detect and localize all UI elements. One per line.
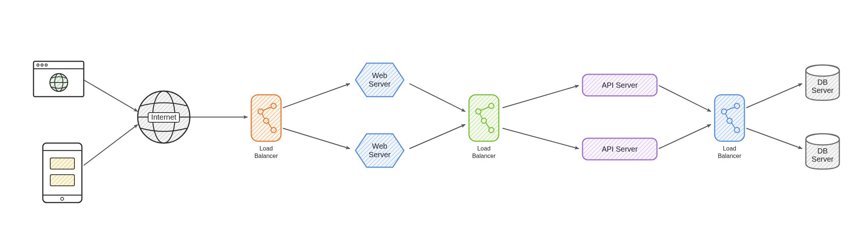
edge-lb1-web2	[283, 128, 350, 149]
edge-lb3-db2	[746, 128, 802, 149]
load-balancer-3-node: Load Balancer	[715, 95, 744, 159]
browser-client-node	[33, 61, 84, 97]
load-balancer-2-node: Load Balancer	[469, 95, 499, 159]
api2-label: API Server	[602, 145, 638, 153]
edge-api2-lb3	[659, 124, 711, 149]
web1-label-line2: Server	[369, 80, 391, 88]
edge-lb3-db1	[746, 84, 802, 108]
edge-lb2-api2	[502, 128, 579, 149]
edge-web1-lb2	[409, 84, 465, 111]
edges	[84, 80, 802, 165]
architecture-diagram: Internet Load Balancer Web Server Web Se…	[0, 0, 868, 249]
web-server-2-node: Web Server	[355, 134, 404, 167]
svg-rect-27	[50, 175, 74, 186]
mobile-client-node	[43, 143, 82, 203]
edge-api1-lb3	[659, 85, 711, 111]
internet-node: Internet	[138, 91, 190, 143]
lb3-caption-line1: Load	[723, 145, 736, 152]
edge-web2-lb2	[409, 124, 465, 149]
lb1-caption-line1: Load	[259, 145, 273, 152]
load-balancer-1-node: Load Balancer	[251, 95, 281, 159]
api-server-1-node: API Server	[583, 74, 657, 96]
browser-globe-icon	[50, 74, 68, 91]
edge-lb2-api1	[502, 85, 579, 108]
db-server-2-node: DB Server	[806, 134, 839, 169]
edge-mobile-internet	[84, 124, 138, 165]
lb2-caption-line2: Balancer	[472, 153, 496, 159]
db2-label-line2: Server	[812, 155, 834, 163]
lb2-caption-line1: Load	[477, 145, 491, 152]
lb3-caption-line2: Balancer	[718, 153, 741, 159]
web1-label-line1: Web	[372, 71, 387, 80]
db1-label-line2: Server	[812, 86, 834, 94]
db2-label-line1: DB	[817, 147, 828, 155]
svg-point-60	[806, 65, 839, 76]
db1-label-line1: DB	[817, 78, 828, 86]
lb1-caption-line2: Balancer	[254, 153, 278, 159]
api-server-2-node: API Server	[583, 138, 657, 160]
svg-point-61	[806, 134, 839, 145]
svg-rect-22	[43, 143, 82, 203]
svg-rect-26	[50, 158, 74, 169]
db-server-1-node: DB Server	[806, 65, 839, 100]
web2-label-line1: Web	[372, 142, 387, 150]
edge-browser-internet	[84, 80, 138, 111]
web-server-1-node: Web Server	[355, 63, 404, 97]
internet-label: Internet	[151, 113, 176, 121]
api1-label: API Server	[602, 81, 638, 89]
edge-lb1-web1	[283, 84, 350, 108]
web2-label-line2: Server	[369, 151, 391, 159]
